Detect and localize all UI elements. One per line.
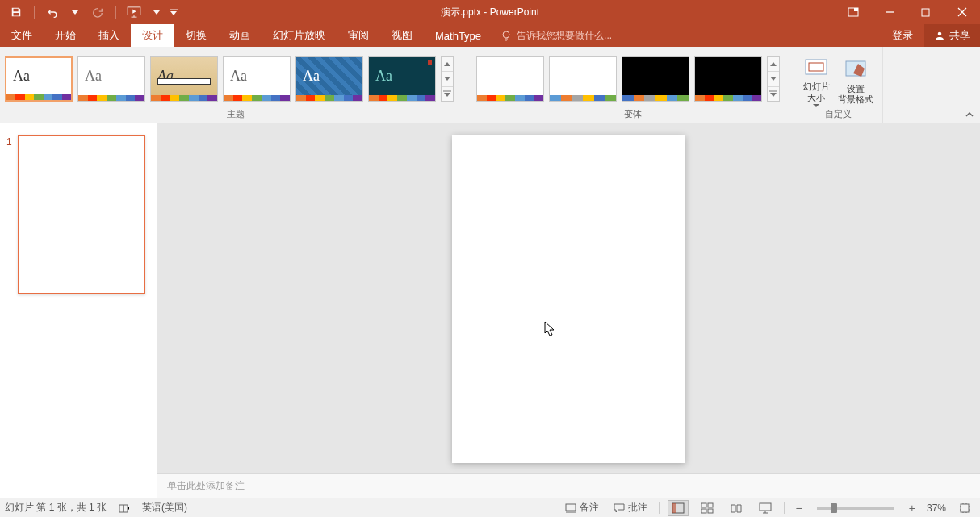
ribbon-display-options-button[interactable] [835, 0, 871, 24]
separator [34, 6, 35, 19]
chevron-down-icon [153, 10, 160, 15]
tell-me-search[interactable]: 告诉我您想要做什么... [492, 24, 620, 47]
sorter-view-button[interactable] [697, 500, 718, 516]
variants-scroll-down[interactable] [768, 72, 779, 86]
qat-customize-button[interactable] [168, 2, 179, 22]
variant-1[interactable]: Aa [476, 56, 544, 102]
tab-slideshow[interactable]: 幻灯片放映 [262, 24, 337, 47]
group-variants: Aa Aa Aa Aa 变体 [471, 47, 794, 123]
themes-gallery-scroll [441, 56, 454, 102]
share-button[interactable]: 共享 [924, 24, 980, 47]
theme-item-5[interactable]: Aa [295, 56, 363, 102]
notes-pane[interactable]: 单击此处添加备注 [157, 473, 980, 498]
format-background-button[interactable]: 设置 背景格式 [835, 53, 877, 105]
variants-gallery-scroll [767, 56, 780, 102]
svg-rect-12 [701, 503, 706, 507]
tab-view[interactable]: 视图 [380, 24, 424, 47]
close-button[interactable] [944, 0, 980, 24]
comments-toggle-button[interactable]: 批注 [610, 501, 651, 515]
reading-view-button[interactable] [726, 500, 747, 516]
zoom-slider[interactable] [817, 507, 894, 510]
undo-icon [46, 6, 59, 18]
quick-access-toolbar [0, 0, 179, 24]
undo-dropdown[interactable] [70, 2, 80, 22]
themes-scroll-up[interactable] [442, 57, 453, 72]
zoom-in-button[interactable]: + [906, 502, 919, 515]
theme-item-6[interactable]: Aa [368, 56, 436, 102]
theme-sample-text: Aa [6, 58, 71, 94]
share-icon [934, 30, 945, 41]
customize-icon [170, 9, 178, 15]
account-sign-in[interactable]: 登录 [881, 24, 924, 47]
group-themes: Aa Aa Aa Aa Aa Aa [0, 47, 471, 123]
svg-rect-14 [701, 509, 706, 513]
variant-2[interactable]: Aa [549, 56, 617, 102]
tab-animations[interactable]: 动画 [218, 24, 262, 47]
share-label: 共享 [949, 28, 970, 43]
variant-4[interactable]: Aa [694, 56, 762, 102]
svg-point-4 [503, 31, 509, 38]
tab-home[interactable]: 开始 [44, 24, 87, 47]
chevron-up-icon [965, 110, 974, 119]
thumbnail-number: 1 [6, 135, 18, 294]
slide-canvas-area[interactable] [157, 123, 980, 473]
variants-scroll-up[interactable] [768, 57, 779, 72]
slide-size-label: 幻灯片 大小 [803, 81, 830, 102]
tab-transitions[interactable]: 切换 [174, 24, 218, 47]
spell-check-button[interactable] [115, 502, 134, 514]
tab-mathtype[interactable]: MathType [424, 24, 492, 47]
save-icon [10, 6, 22, 18]
close-icon [957, 7, 967, 17]
redo-icon [92, 6, 103, 18]
tab-insert[interactable]: 插入 [87, 24, 131, 47]
tab-file[interactable]: 文件 [0, 24, 44, 47]
undo-button[interactable] [41, 2, 64, 22]
sorter-view-icon [701, 502, 714, 514]
format-background-icon [843, 56, 869, 82]
tab-review[interactable]: 审阅 [337, 24, 380, 47]
workspace: 1 单击此处添加备注 [0, 123, 980, 498]
start-slideshow-button[interactable] [123, 2, 145, 22]
theme-office[interactable]: Aa [5, 56, 73, 102]
chevron-down-icon [444, 77, 450, 81]
slide-thumbnails-pane[interactable]: 1 [0, 123, 157, 498]
svg-rect-16 [760, 503, 771, 511]
svg-rect-11 [672, 503, 676, 513]
zoom-percent[interactable]: 37% [927, 502, 946, 514]
tab-design[interactable]: 设计 [131, 24, 174, 47]
variants-more-button[interactable] [768, 87, 779, 101]
redo-button[interactable] [86, 2, 109, 22]
fit-to-window-button[interactable] [954, 500, 975, 516]
theme-item-2[interactable]: Aa [77, 56, 145, 102]
svg-point-5 [938, 32, 942, 36]
chevron-up-icon [444, 62, 450, 66]
fit-icon [959, 502, 970, 514]
themes-scroll-down[interactable] [442, 72, 453, 86]
current-slide[interactable] [452, 135, 685, 463]
slide-size-button[interactable]: 幻灯片 大小 [799, 51, 833, 106]
theme-item-3[interactable]: Aa [150, 56, 218, 102]
group-customize: 幻灯片 大小 设置 背景格式 自定义 [794, 47, 883, 123]
thumbnail-slide-1[interactable]: 1 [0, 135, 157, 302]
slide-size-icon [803, 54, 829, 80]
start-slideshow-dropdown[interactable] [152, 2, 161, 22]
variant-3[interactable]: Aa [622, 56, 689, 102]
slideshow-view-button[interactable] [755, 500, 776, 516]
zoom-out-button[interactable]: − [793, 502, 806, 515]
notes-toggle-button[interactable]: 备注 [562, 501, 602, 515]
maximize-button[interactable] [907, 0, 944, 24]
zoom-slider-handle[interactable] [831, 503, 837, 513]
language-indicator[interactable]: 英语(美国) [142, 501, 187, 515]
themes-more-button[interactable] [442, 87, 453, 101]
collapse-ribbon-button[interactable] [962, 108, 977, 121]
comments-icon [614, 503, 625, 513]
svg-rect-13 [708, 503, 713, 507]
theme-item-4[interactable]: Aa [223, 56, 291, 102]
ribbon-content: Aa Aa Aa Aa Aa Aa [0, 47, 980, 123]
slide-counter[interactable]: 幻灯片 第 1 张，共 1 张 [5, 501, 107, 515]
normal-view-button[interactable] [668, 500, 689, 516]
chevron-down-icon [813, 104, 819, 107]
save-button[interactable] [5, 2, 27, 22]
notes-icon [565, 503, 576, 513]
minimize-button[interactable] [871, 0, 907, 24]
